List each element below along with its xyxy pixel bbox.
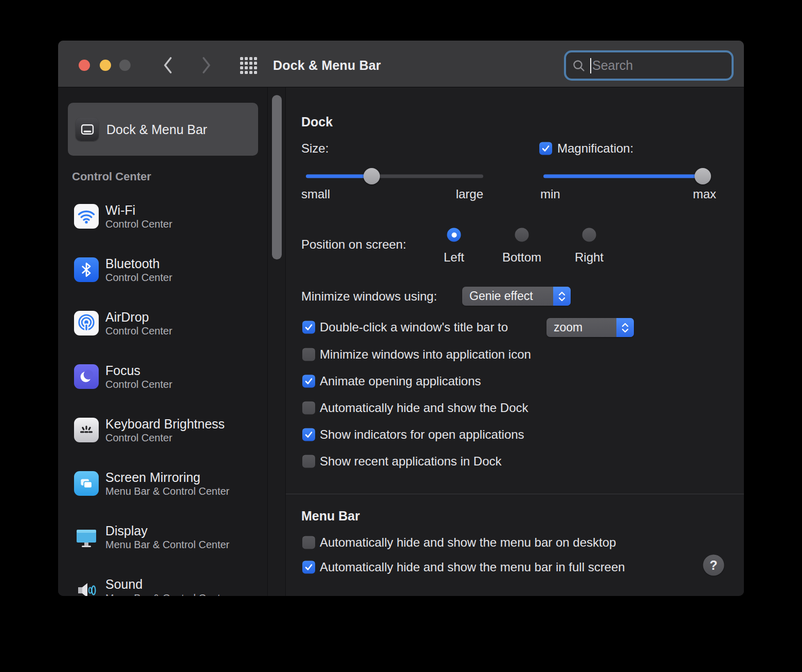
chevron-up-down-icon	[553, 287, 571, 306]
wifi-icon	[74, 204, 99, 229]
slider-thumb[interactable]	[695, 168, 711, 184]
airdrop-icon	[74, 311, 99, 335]
page-title: Dock & Menu Bar	[273, 58, 381, 73]
checkbox-label: Automatically hide and show the menu bar…	[320, 535, 616, 550]
sidebar-item-sublabel: Menu Bar & Control Center	[105, 592, 229, 596]
settings-window: Dock & Menu Bar Dock & Menu Bar Control …	[58, 41, 744, 596]
bluetooth-icon	[74, 257, 99, 282]
forward-button[interactable]	[196, 53, 216, 78]
checkmark-icon	[304, 323, 313, 332]
sidebar-item-sublabel: Control Center	[105, 218, 172, 231]
title-bar: Dock & Menu Bar	[58, 41, 744, 87]
sidebar-item-label: Keyboard Brightness	[105, 416, 225, 432]
sidebar-item-sublabel: Control Center	[105, 432, 225, 444]
sidebar-item-label: Sound	[105, 576, 229, 592]
sidebar-item-sublabel: Control Center	[105, 378, 172, 391]
sidebar-item-label: Focus	[105, 363, 172, 378]
position-radio-left[interactable]	[447, 228, 461, 242]
chevron-left-icon	[162, 56, 174, 74]
magnification-max-label: max	[693, 187, 716, 201]
sidebar-item-screen-mirroring[interactable]: Screen MirroringMenu Bar & Control Cente…	[58, 459, 267, 508]
sidebar-section-header: Control Center	[72, 170, 151, 183]
minimize-using-label: Minimize windows using:	[301, 289, 437, 304]
main-panel: Dock Size: small large Magnification: mi…	[286, 87, 744, 596]
position-option-label: Right	[575, 250, 604, 265]
sidebar-scrollbar	[267, 87, 286, 596]
scrollbar-thumb[interactable]	[272, 95, 282, 259]
section-divider	[286, 494, 744, 494]
checkbox-label: Show recent applications in Dock	[320, 454, 502, 469]
size-slider[interactable]	[306, 168, 483, 184]
sidebar-item-display[interactable]: DisplayMenu Bar & Control Center	[58, 512, 267, 562]
question-mark-icon: ?	[709, 558, 717, 573]
double-click-label: Double-click a window's title bar to	[320, 320, 508, 334]
magnification-label: Magnification:	[557, 141, 633, 156]
close-button[interactable]	[79, 60, 90, 71]
size-max-label: large	[456, 187, 483, 201]
dropdown-value: zoom	[546, 321, 616, 334]
sidebar: Dock & Menu Bar Control Center Wi-FiCont…	[58, 87, 267, 596]
sidebar-item-sublabel: Control Center	[105, 325, 172, 338]
sidebar-item-dock-menu-bar[interactable]: Dock & Menu Bar	[68, 103, 258, 156]
show-indicators-checkbox[interactable]	[302, 428, 315, 441]
checkbox-label: Minimize windows into application icon	[320, 347, 531, 362]
magnification-min-label: min	[540, 187, 560, 201]
sidebar-item-sound[interactable]: SoundMenu Bar & Control Center	[58, 566, 267, 596]
sidebar-item-wifi[interactable]: Wi-FiControl Center	[58, 192, 267, 241]
back-button[interactable]	[158, 53, 178, 78]
checkbox-label: Automatically hide and show the Dock	[320, 401, 528, 415]
keyboard-brightness-icon	[74, 418, 99, 442]
animate-opening-checkbox[interactable]	[302, 375, 315, 388]
dropdown-value: Genie effect	[462, 289, 553, 303]
sidebar-item-keyboard-brightness[interactable]: Keyboard BrightnessControl Center	[58, 405, 267, 455]
minimize-button[interactable]	[100, 60, 111, 71]
double-click-action-dropdown[interactable]: zoom	[546, 318, 634, 337]
sidebar-item-label: Display	[105, 523, 229, 538]
search-input[interactable]	[592, 58, 725, 73]
checkbox-label: Animate opening applications	[320, 374, 481, 388]
sidebar-item-sublabel: Menu Bar & Control Center	[105, 538, 229, 551]
minimize-into-icon-checkbox[interactable]	[302, 348, 315, 361]
search-field[interactable]	[564, 50, 734, 81]
sidebar-item-airdrop[interactable]: AirDropControl Center	[58, 298, 267, 348]
magnification-slider[interactable]	[543, 168, 709, 184]
show-recent-apps-checkbox[interactable]	[302, 455, 315, 468]
chevron-right-icon	[200, 56, 212, 74]
position-option-label: Left	[444, 250, 464, 265]
slider-thumb[interactable]	[363, 168, 380, 184]
chevron-up-down-icon	[616, 318, 634, 337]
position-radio-bottom[interactable]	[515, 228, 529, 242]
text-caret	[590, 58, 591, 73]
magnification-checkbox[interactable]	[539, 142, 552, 155]
menu-bar-section-title: Menu Bar	[301, 509, 360, 524]
sidebar-item-label: Wi-Fi	[105, 202, 172, 218]
checkbox-label: Automatically hide and show the menu bar…	[320, 560, 625, 574]
size-label: Size:	[301, 141, 329, 156]
search-icon	[572, 59, 586, 72]
sidebar-item-sublabel: Menu Bar & Control Center	[105, 485, 229, 498]
double-click-checkbox[interactable]	[302, 321, 315, 334]
auto-hide-menubar-desktop-checkbox[interactable]	[302, 536, 315, 549]
sidebar-item-focus[interactable]: FocusControl Center	[58, 352, 267, 401]
auto-hide-menubar-fullscreen-checkbox[interactable]	[302, 561, 315, 574]
sidebar-item-sublabel: Control Center	[105, 271, 172, 284]
sidebar-item-label: Bluetooth	[105, 256, 172, 271]
moon-icon	[74, 364, 99, 389]
screen-mirroring-icon	[74, 471, 99, 496]
position-option-label: Bottom	[502, 250, 541, 265]
show-all-grid-icon[interactable]	[237, 57, 260, 73]
speaker-icon	[74, 578, 99, 596]
auto-hide-dock-checkbox[interactable]	[302, 402, 315, 415]
zoom-button	[119, 60, 131, 71]
size-min-label: small	[301, 187, 330, 201]
dock-icon	[76, 118, 99, 141]
checkbox-label: Show indicators for open applications	[320, 427, 524, 442]
sidebar-item-label: Screen Mirroring	[105, 470, 229, 485]
help-button[interactable]: ?	[703, 555, 724, 576]
position-radio-right[interactable]	[582, 228, 596, 242]
sidebar-item-bluetooth[interactable]: BluetoothControl Center	[58, 245, 267, 294]
sidebar-item-label: Dock & Menu Bar	[106, 122, 207, 137]
minimize-effect-dropdown[interactable]: Genie effect	[462, 287, 571, 306]
sidebar-item-label: AirDrop	[105, 309, 172, 325]
display-icon	[74, 525, 99, 549]
